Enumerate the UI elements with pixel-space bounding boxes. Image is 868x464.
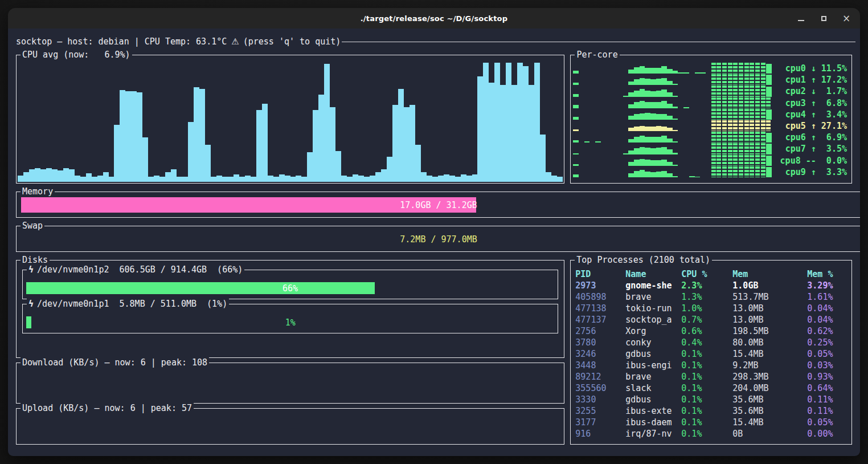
chart-bar (290, 177, 296, 182)
chart-bar (154, 176, 159, 182)
titlebar: ./target/release/soc ~/D/G/socktop × (8, 8, 860, 29)
core-sparkline (573, 86, 772, 97)
process-row[interactable]: 3246gdbus0.1%15.4MB0.05% (575, 348, 848, 360)
process-row[interactable]: 89212brave0.1%298.3MB0.93% (575, 371, 848, 382)
chart-bar (404, 107, 410, 182)
chart-bar (375, 172, 381, 182)
status-header: socktop — host: debian | CPU Temp: 63.1°… (16, 35, 855, 48)
process-row[interactable]: 3255ibus-exte0.1%35.6MB0.11% (575, 405, 848, 417)
process-row[interactable]: 3330gdbus0.1%35.6MB0.11% (575, 394, 848, 405)
process-row[interactable]: 355560slack0.1%204.0MB0.64% (575, 382, 848, 394)
top-processes-title: Top Processes (2100 total) (575, 255, 712, 265)
process-row[interactable]: 916irq/87-nv0.1%0B0.00% (575, 428, 848, 439)
chart-bar (273, 177, 279, 182)
download-title: Download (KB/s) — now: 6 | peak: 108 (21, 357, 209, 368)
header-rule (342, 42, 855, 42)
chart-bar (114, 125, 120, 182)
process-row[interactable]: 3780conky0.4%80.0MB0.25% (575, 337, 848, 348)
core-label: cpu6 ↑ 6.9% (772, 132, 847, 143)
disk-usage-bar: 1% (26, 316, 554, 328)
core-sparkline (573, 63, 772, 74)
disk-usage-label: 1% (26, 316, 554, 328)
chart-bar (245, 176, 251, 182)
top-processes-panel: Top Processes (2100 total) PIDNameCPU %M… (570, 260, 852, 445)
chart-bar (540, 135, 546, 182)
chart-bar (211, 177, 216, 182)
core-sparkline (573, 166, 772, 178)
chart-bar (86, 173, 92, 182)
chart-bar (120, 90, 125, 182)
core-sparkline (573, 97, 772, 109)
chart-bar (137, 92, 142, 182)
chart-bar (296, 176, 301, 182)
memory-panel: Memory 17.0GB / 31.2GB 17.0GB / 31.2GB (16, 192, 860, 218)
core-sparkline (573, 120, 772, 132)
core-label: cpu2 ↓ 1.7% (772, 86, 847, 97)
upload-panel: Upload (KB/s) — now: 6 | peak: 57 (16, 408, 564, 445)
host-temp-text: socktop — host: debian | CPU Temp: 63.1°… (16, 36, 227, 47)
disk-partition-nvme0n1p2: ϟ /dev/nvme0n1p2 606.5GB / 914.4GB (66%)… (22, 270, 558, 299)
memory-title: Memory (21, 186, 55, 197)
core-row: cpu2 ↓ 1.7% (573, 86, 847, 97)
close-button[interactable]: × (842, 14, 851, 23)
chart-bar (517, 63, 523, 182)
chart-bar (449, 176, 455, 182)
chart-bar (398, 89, 404, 182)
disks-panel: Disks ϟ /dev/nvme0n1p2 606.5GB / 914.4GB… (16, 260, 564, 358)
chart-bar (427, 176, 432, 182)
disk-label: /dev/nvme0n1p2 606.5GB / 914.4GB (66%) (37, 264, 243, 275)
chart-bar (40, 169, 46, 182)
process-table-header: PIDNameCPU %MemMem % (575, 268, 848, 280)
process-row[interactable]: 477137socktop_a0.7%13.0MB0.04% (575, 314, 848, 325)
core-label: cpu1 ↑ 17.2% (772, 74, 847, 86)
core-label: cpu7 ↑ 3.5% (772, 143, 847, 154)
minimize-button[interactable] (796, 14, 805, 23)
chart-bar (234, 174, 239, 182)
core-row: cpu9 ↑ 3.3% (573, 166, 847, 178)
memory-bar: 17.0GB / 31.2GB 17.0GB / 31.2GB (21, 197, 856, 213)
warning-icon: ⚠ (231, 36, 239, 47)
chart-bar (421, 172, 427, 182)
chart-bar (472, 174, 478, 182)
maximize-button[interactable] (819, 14, 828, 23)
process-row[interactable]: 2756Xorg0.6%198.5MB0.62% (575, 325, 848, 337)
core-row: cpu4 ↑ 3.4% (573, 109, 847, 120)
core-label: cpu0 ↓ 11.5% (772, 63, 847, 74)
chart-bar (125, 91, 131, 182)
minimize-icon (798, 20, 804, 21)
chart-bar (92, 177, 97, 182)
chart-bar (222, 177, 228, 182)
core-label: cpu8 -- 0.0% (772, 155, 847, 166)
process-row[interactable]: 405898brave1.3%513.7MB1.61% (575, 291, 848, 303)
chart-bar (171, 169, 177, 182)
chart-bar (546, 172, 551, 182)
core-row: cpu3 ↑ 6.8% (573, 97, 847, 109)
quit-hint-text: (press 'q' to quit) (243, 36, 341, 47)
core-row: cpu0 ↓ 11.5% (573, 63, 847, 74)
chart-bar (35, 168, 40, 182)
swap-panel: Swap 7.2MB / 977.0MB (16, 226, 860, 252)
percore-panel: Per-core cpu0 ↓ 11.5%cpu1 ↑ 17.2%cpu2 ↓ … (570, 55, 852, 184)
chart-bar (262, 104, 268, 182)
process-row[interactable]: 2973gnome-she2.3%1.0GB3.29% (575, 280, 848, 291)
chart-bar (381, 169, 387, 182)
process-row[interactable]: 3448ibus-engi0.1%9.2MB0.03% (575, 360, 848, 371)
chart-bar (387, 157, 392, 182)
chart-bar (477, 76, 483, 182)
chart-bar (506, 63, 511, 182)
swap-bar: 7.2MB / 977.0MB (21, 231, 856, 247)
core-label: cpu9 ↑ 3.3% (772, 166, 847, 178)
chart-bar (444, 174, 449, 182)
process-row[interactable]: 3177ibus-daem0.1%15.4MB0.05% (575, 417, 848, 428)
chart-bar (313, 110, 318, 182)
swap-bar-label: 7.2MB / 977.0MB (21, 231, 856, 247)
chart-bar (131, 91, 137, 182)
process-row[interactable]: 477138tokio-run1.0%13.0MB0.04% (575, 303, 848, 314)
chart-bar (523, 66, 529, 182)
chart-bar (432, 177, 438, 182)
chart-bar (148, 177, 154, 182)
chart-bar (165, 172, 171, 182)
core-sparkline (573, 155, 772, 166)
cpu-avg-chart (18, 58, 563, 182)
chart-bar (46, 168, 52, 182)
